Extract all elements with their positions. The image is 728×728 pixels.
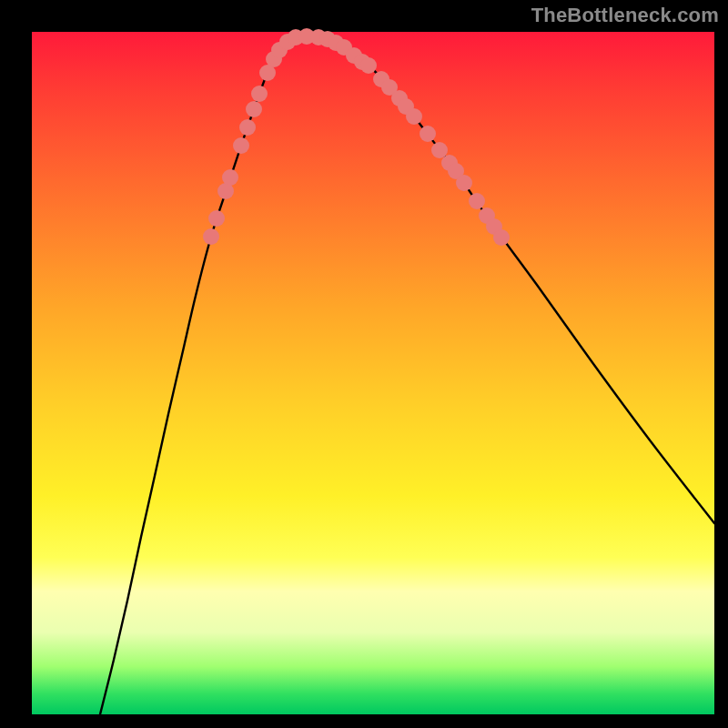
plot-area [32,32,714,714]
marker-dot [203,228,219,245]
marker-dot [251,86,268,102]
curve-markers [203,28,510,246]
marker-dot [420,126,436,142]
marker-dot [406,108,422,125]
marker-dot [208,210,225,227]
bottleneck-curve [100,36,714,714]
marker-dot [456,175,472,191]
marker-dot [431,142,448,158]
curve-svg [32,32,714,714]
marker-dot [222,169,238,186]
marker-dot [360,57,377,74]
marker-dot [233,137,249,154]
chart-frame: TheBottleneck.com [0,0,728,728]
marker-dot [239,119,256,136]
watermark-text: TheBottleneck.com [531,4,719,27]
marker-dot [469,193,485,209]
marker-dot [493,229,510,246]
marker-dot [246,101,262,117]
